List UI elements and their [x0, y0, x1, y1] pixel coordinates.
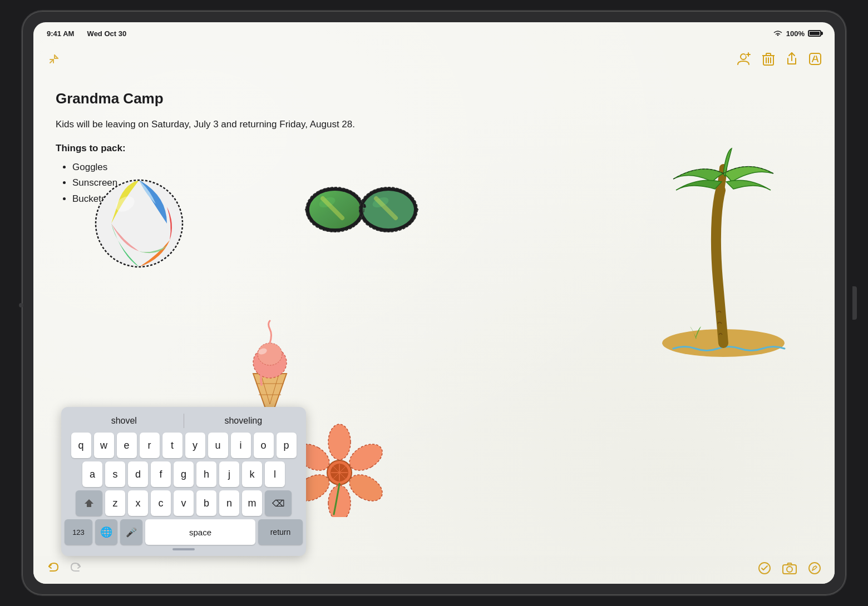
key-u[interactable]: u: [208, 433, 228, 458]
ipad-frame: 9:41 AM Wed Oct 30 100%: [22, 11, 846, 595]
battery-fill: [810, 32, 820, 35]
key-row-1: q w e r t y u i o p: [65, 433, 303, 458]
key-t[interactable]: t: [162, 433, 183, 458]
handle-bar: [172, 548, 195, 550]
collapse-button[interactable]: [47, 52, 61, 66]
key-p[interactable]: p: [277, 433, 297, 458]
status-left: 9:41 AM Wed Oct 30: [47, 29, 126, 38]
keyboard-rows: q w e r t y u i o p a s d f g: [65, 433, 303, 545]
bottom-toolbar-left: [47, 562, 82, 578]
key-row-3: z x c v b n m ⌫: [65, 490, 303, 516]
toolbar-right: [736, 52, 821, 66]
svg-point-59: [787, 567, 792, 572]
flower-sticker: [295, 423, 384, 517]
bottom-toolbar-right: [758, 562, 821, 578]
sunglasses-sticker: [300, 179, 423, 240]
key-r[interactable]: r: [140, 433, 160, 458]
key-e[interactable]: e: [117, 433, 137, 458]
numbers-key[interactable]: 123: [65, 519, 92, 545]
key-h[interactable]: h: [196, 461, 216, 487]
key-s[interactable]: s: [105, 461, 125, 487]
key-l[interactable]: l: [265, 461, 285, 487]
key-y[interactable]: y: [185, 433, 205, 458]
key-row-2: a s d f g h j k l: [65, 461, 303, 487]
key-row-4: 123 🌐 🎤 space return: [65, 519, 303, 545]
key-n[interactable]: n: [219, 490, 239, 516]
shift-key[interactable]: [76, 490, 102, 516]
autocomplete-word-1[interactable]: shovel: [65, 414, 184, 428]
svg-point-6: [741, 54, 746, 59]
key-a[interactable]: a: [82, 461, 102, 487]
key-w[interactable]: w: [94, 433, 114, 458]
share-button[interactable]: [786, 52, 798, 66]
keyboard-handle: [65, 545, 303, 550]
key-d[interactable]: d: [128, 461, 148, 487]
battery-percent: 100%: [786, 29, 805, 38]
space-key[interactable]: space: [145, 519, 255, 545]
note-body: Kids will be leaving on Saturday, July 3…: [56, 117, 812, 132]
key-z[interactable]: z: [105, 490, 125, 516]
key-o[interactable]: o: [254, 433, 274, 458]
return-key[interactable]: return: [258, 519, 303, 545]
key-v[interactable]: v: [174, 490, 194, 516]
key-k[interactable]: k: [242, 461, 262, 487]
palm-tree-sticker: [645, 146, 801, 346]
done-edit-button[interactable]: [809, 53, 821, 65]
key-g[interactable]: g: [174, 461, 194, 487]
markup-button[interactable]: [808, 562, 821, 578]
left-camera: [19, 303, 23, 307]
autocomplete-word-2[interactable]: shoveling: [184, 414, 303, 428]
ipad-screen: 9:41 AM Wed Oct 30 100%: [33, 22, 835, 584]
status-right: 100%: [773, 29, 821, 38]
svg-point-45: [328, 424, 351, 460]
key-j[interactable]: j: [219, 461, 239, 487]
svg-marker-61: [85, 499, 93, 507]
toolbar: [33, 44, 835, 73]
svg-point-60: [809, 563, 820, 574]
autocomplete-bar: shovel shoveling: [65, 411, 303, 433]
add-collaborator-button[interactable]: [736, 52, 751, 66]
home-button[interactable]: [852, 286, 857, 320]
svg-line-16: [812, 56, 815, 62]
key-i[interactable]: i: [231, 433, 251, 458]
key-x[interactable]: x: [128, 490, 148, 516]
key-f[interactable]: f: [151, 461, 171, 487]
delete-button[interactable]: [762, 52, 775, 66]
undo-button[interactable]: [47, 562, 60, 578]
wifi-icon: [773, 29, 783, 37]
keyboard-container: shovel shoveling q w e r t y u i o p: [61, 407, 306, 556]
status-bar: 9:41 AM Wed Oct 30 100%: [33, 22, 835, 44]
key-q[interactable]: q: [71, 433, 91, 458]
key-m[interactable]: m: [242, 490, 262, 516]
microphone-key[interactable]: 🎤: [120, 519, 142, 545]
battery-icon: [808, 30, 821, 37]
time-display: 9:41 AM: [47, 29, 74, 38]
bottom-toolbar: [33, 556, 835, 584]
key-b[interactable]: b: [196, 490, 216, 516]
checkmark-button[interactable]: [758, 562, 771, 578]
toolbar-left: [47, 52, 61, 66]
svg-point-48: [328, 485, 351, 517]
redo-button[interactable]: [69, 562, 82, 578]
key-c[interactable]: c: [151, 490, 171, 516]
svg-line-17: [816, 56, 818, 62]
delete-key[interactable]: ⌫: [265, 490, 292, 516]
svg-rect-15: [810, 53, 821, 64]
note-title: Grandma Camp: [56, 90, 812, 107]
beach-ball-sticker: [89, 173, 189, 274]
camera-button[interactable]: [782, 562, 797, 578]
date-display: Wed Oct 30: [87, 29, 127, 38]
globe-key[interactable]: 🌐: [95, 519, 117, 545]
